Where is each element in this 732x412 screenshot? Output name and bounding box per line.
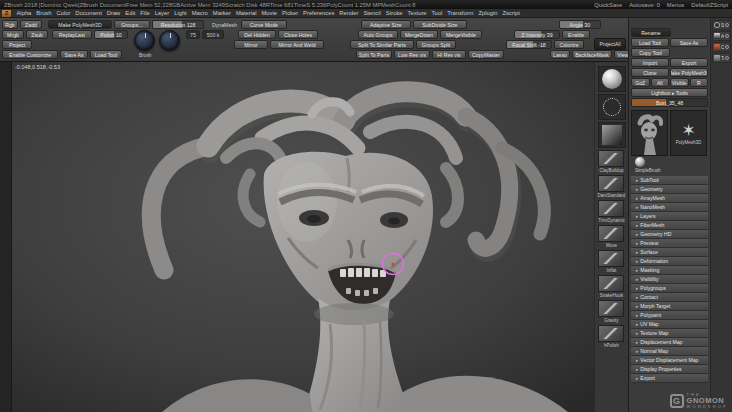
shelf-button[interactable]: Mirror	[234, 40, 268, 49]
tool-button[interactable]: All	[651, 78, 670, 87]
tool-button[interactable]: Export	[670, 58, 708, 67]
tool-section-row[interactable]: ▸ Deformation	[631, 257, 708, 266]
shelf-button[interactable]: Zsub	[26, 30, 48, 39]
tool-section-row[interactable]: ▸ Display Properties	[631, 365, 708, 374]
tool-button[interactable]: Load Tool	[631, 38, 669, 47]
palette-tab[interactable]: Tool	[712, 53, 731, 63]
tool-section-row[interactable]: ▸ Masking	[631, 266, 708, 275]
menu-item[interactable]: Zplugin	[476, 10, 500, 16]
shelf-button[interactable]: SubDivide Size	[413, 20, 467, 29]
tool-button[interactable]: Save As	[670, 38, 708, 47]
tool-button[interactable]: Visible	[670, 78, 689, 87]
menu-item[interactable]: Light	[172, 10, 190, 16]
shelf-button[interactable]: Load Tool	[90, 50, 122, 59]
shelf-button[interactable]: Z Intensity 39	[514, 30, 560, 39]
shelf-button[interactable]: Save As	[60, 50, 88, 59]
menu-item[interactable]: Tool	[429, 10, 445, 16]
menu-item[interactable]: Stencil	[361, 10, 383, 16]
tool-section-row[interactable]: ▸ Morph Target	[631, 302, 708, 311]
tool-section-row[interactable]: ▸ Preview	[631, 239, 708, 248]
tool-button[interactable]: Copy Tool	[631, 48, 670, 57]
tool-section-row[interactable]: ▸ Displacement Map	[631, 338, 708, 347]
simplebrush-thumbnail[interactable]: SimpleBrush	[631, 157, 708, 173]
palette-tab[interactable]: Alpha	[712, 31, 731, 41]
shelf-button[interactable]: BackfaceMask	[572, 50, 612, 59]
menu-item[interactable]: Picker	[279, 10, 300, 16]
brush-thumbnail[interactable]: TrimDynamic	[598, 200, 624, 223]
lightbox-tools-button[interactable]: Lightbox ▸ Tools	[631, 88, 708, 97]
tool-section-row[interactable]: ▸ Visibility	[631, 275, 708, 284]
menu-item[interactable]: Macro	[189, 10, 210, 16]
shelf-button[interactable]: Colorize	[554, 40, 584, 49]
tool-section-row[interactable]: ▸ Contact	[631, 293, 708, 302]
shelf-button[interactable]: Groups Split	[416, 40, 456, 49]
dock-toggle-icon[interactable]	[725, 45, 729, 49]
menu-item[interactable]: Render	[337, 10, 361, 16]
shelf-button[interactable]: Auto Groups	[358, 30, 398, 39]
shelf-button[interactable]: DynaMesh	[210, 20, 239, 29]
shelf-button[interactable]: Lasso	[550, 50, 570, 59]
brush-thumbnail[interactable]: ClayBuildup	[598, 150, 624, 173]
tool-section-row[interactable]: ▸ Polypaint	[631, 311, 708, 320]
tool-section-row[interactable]: ▸ Geometry	[631, 185, 708, 194]
current-tool-thumbnail[interactable]	[631, 110, 668, 156]
menu-item[interactable]: Zscript	[500, 10, 522, 16]
dock-toggle-icon[interactable]	[725, 34, 729, 38]
menu-item[interactable]: Brush	[34, 10, 54, 16]
tool-button[interactable]: Make PolyMesh3D	[670, 68, 708, 77]
palette-tab[interactable]: Stroke	[712, 20, 731, 30]
menu-item[interactable]: Document	[73, 10, 104, 16]
shelf-button[interactable]: Low Res vis	[394, 50, 430, 59]
stroke-thumbnail[interactable]	[598, 94, 626, 120]
project-all-button[interactable]: ProjectAll	[594, 38, 626, 50]
draw-size-knob[interactable]	[134, 30, 155, 51]
tool-section-row[interactable]: ▸ UV Map	[631, 320, 708, 329]
tool-name-slider[interactable]: Bust_35_48	[631, 98, 708, 107]
alpha-thumbnail[interactable]	[598, 122, 626, 148]
tool-section-row[interactable]: ▸ Normal Map	[631, 347, 708, 356]
shelf-button[interactable]: MergeDown	[400, 30, 438, 39]
shelf-button[interactable]: Enable	[562, 30, 590, 39]
focal-shift-knob[interactable]	[159, 30, 180, 51]
tool-section-row[interactable]: ▸ Surface	[631, 248, 708, 257]
shelf-button[interactable]: Split To Parts	[356, 50, 392, 59]
tool-section-row[interactable]: ▸ Texture Map	[631, 329, 708, 338]
tool-section-row[interactable]: ▸ NanoMesh	[631, 203, 708, 212]
tool-button[interactable]: Clone	[631, 68, 669, 77]
document-canvas[interactable]: -0.048,0.518,-0.53	[12, 62, 594, 412]
tool-section-row[interactable]: ▸ Export	[631, 374, 708, 383]
palette-tab[interactable]: Color	[712, 42, 731, 52]
tool-button[interactable]: Import	[631, 58, 669, 67]
brush-thumbnail[interactable]: DamStandard	[598, 175, 626, 198]
shelf-button[interactable]: Resolution 128	[152, 20, 204, 29]
tool-button[interactable]: R	[690, 78, 709, 87]
shelf-button[interactable]: MergeVisible	[440, 30, 482, 39]
menu-item[interactable]: Layer	[152, 10, 172, 16]
tool-section-row[interactable]: ▸ Polygroups	[631, 284, 708, 293]
brush-thumbnail[interactable]: hPolish	[598, 325, 624, 348]
menu-item[interactable]: Transform	[445, 10, 476, 16]
shelf-button[interactable]: Mrgb	[2, 30, 24, 39]
shelf-button[interactable]: Adaptive Size	[361, 20, 411, 29]
shelf-button[interactable]: Groups...	[114, 20, 150, 29]
menu-item[interactable]: Preferences	[301, 10, 337, 16]
material-thumbnail[interactable]	[598, 66, 626, 92]
menu-item[interactable]: Alpha	[14, 10, 34, 16]
shelf-button[interactable]: Zadd	[20, 20, 42, 29]
menu-item[interactable]: Texture	[405, 10, 429, 16]
tool-section-row[interactable]: ▸ Layers	[631, 212, 708, 221]
tool-section-row[interactable]: ▸ Geometry HD	[631, 230, 708, 239]
shelf-button[interactable]: 75	[186, 30, 200, 39]
shelf-button[interactable]: ReplayLast	[52, 30, 92, 39]
menu-item[interactable]: Color	[54, 10, 73, 16]
menu-item[interactable]: File	[138, 10, 152, 16]
tool-section-row[interactable]: ▸ SubTool	[631, 176, 708, 185]
shelf-button[interactable]: Curve Mode	[241, 20, 287, 29]
dock-toggle-icon[interactable]	[725, 23, 729, 27]
shelf-button[interactable]: Rgb	[2, 20, 18, 29]
menu-item[interactable]: Marker	[210, 10, 233, 16]
shelf-button[interactable]: CopyMaster	[468, 50, 504, 59]
brush-thumbnail[interactable]: Inflat	[598, 250, 624, 273]
shelf-button[interactable]: Hi Res vis	[432, 50, 466, 59]
shelf-button[interactable]: Make PolyMesh3D	[48, 20, 112, 29]
